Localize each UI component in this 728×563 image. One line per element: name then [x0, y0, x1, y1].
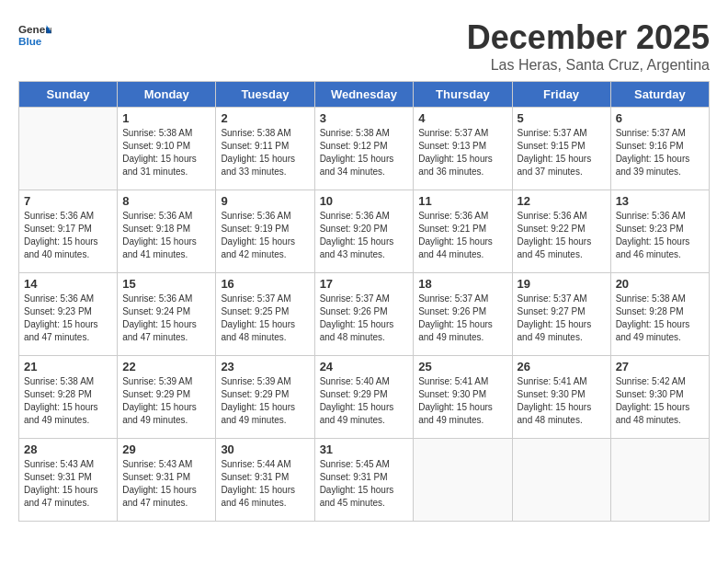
calendar-header-saturday: Saturday — [610, 82, 709, 108]
day-number: 3 — [320, 111, 409, 125]
day-number: 27 — [616, 360, 704, 373]
day-info: Sunrise: 5:40 AM Sunset: 9:29 PM Dayligh… — [320, 375, 409, 427]
calendar-cell: 29Sunrise: 5:43 AM Sunset: 9:31 PM Dayli… — [118, 439, 216, 522]
page-header: General Blue December 2025 Las Heras, Sa… — [18, 18, 710, 74]
calendar-cell: 3Sunrise: 5:38 AM Sunset: 9:12 PM Daylig… — [314, 108, 414, 190]
day-number: 25 — [418, 360, 506, 373]
calendar-cell: 2Sunrise: 5:38 AM Sunset: 9:11 PM Daylig… — [216, 108, 314, 190]
day-number: 29 — [122, 442, 210, 456]
calendar-cell: 15Sunrise: 5:36 AM Sunset: 9:24 PM Dayli… — [118, 273, 216, 356]
day-info: Sunrise: 5:36 AM Sunset: 9:19 PM Dayligh… — [221, 210, 309, 261]
calendar-cell — [414, 439, 512, 522]
day-number: 9 — [221, 194, 309, 208]
calendar-week-row: 14Sunrise: 5:36 AM Sunset: 9:23 PM Dayli… — [19, 273, 710, 356]
day-number: 16 — [221, 277, 309, 291]
day-info: Sunrise: 5:37 AM Sunset: 9:26 PM Dayligh… — [320, 293, 409, 344]
calendar-cell: 14Sunrise: 5:36 AM Sunset: 9:23 PM Dayli… — [19, 273, 118, 356]
day-info: Sunrise: 5:37 AM Sunset: 9:16 PM Dayligh… — [616, 127, 704, 178]
calendar-cell: 22Sunrise: 5:39 AM Sunset: 9:29 PM Dayli… — [118, 356, 216, 439]
day-number: 21 — [24, 360, 112, 373]
day-info: Sunrise: 5:36 AM Sunset: 9:23 PM Dayligh… — [616, 210, 704, 261]
calendar-cell — [19, 108, 118, 190]
calendar-cell: 20Sunrise: 5:38 AM Sunset: 9:28 PM Dayli… — [610, 273, 709, 356]
day-number: 19 — [518, 277, 606, 291]
calendar-cell: 11Sunrise: 5:36 AM Sunset: 9:21 PM Dayli… — [414, 190, 512, 273]
calendar-header-thursday: Thursday — [414, 82, 512, 108]
day-number: 24 — [320, 360, 409, 373]
calendar-cell: 6Sunrise: 5:37 AM Sunset: 9:16 PM Daylig… — [610, 108, 709, 190]
day-number: 20 — [616, 277, 704, 291]
logo-icon: General Blue — [18, 18, 51, 52]
day-number: 4 — [418, 111, 506, 125]
calendar-cell: 7Sunrise: 5:36 AM Sunset: 9:17 PM Daylig… — [19, 190, 118, 273]
day-number: 17 — [320, 277, 409, 291]
day-number: 11 — [418, 194, 506, 208]
calendar-cell: 21Sunrise: 5:38 AM Sunset: 9:28 PM Dayli… — [19, 356, 118, 439]
day-number: 10 — [320, 194, 409, 208]
calendar-week-row: 1Sunrise: 5:38 AM Sunset: 9:10 PM Daylig… — [19, 108, 710, 190]
location-title: Las Heras, Santa Cruz, Argentina — [467, 57, 710, 74]
day-info: Sunrise: 5:36 AM Sunset: 9:22 PM Dayligh… — [518, 210, 606, 261]
calendar-cell: 1Sunrise: 5:38 AM Sunset: 9:10 PM Daylig… — [118, 108, 216, 190]
day-info: Sunrise: 5:37 AM Sunset: 9:13 PM Dayligh… — [418, 127, 506, 178]
day-info: Sunrise: 5:39 AM Sunset: 9:29 PM Dayligh… — [122, 375, 210, 427]
calendar-cell: 27Sunrise: 5:42 AM Sunset: 9:30 PM Dayli… — [610, 356, 709, 439]
day-info: Sunrise: 5:38 AM Sunset: 9:10 PM Dayligh… — [122, 127, 210, 178]
calendar-cell: 19Sunrise: 5:37 AM Sunset: 9:27 PM Dayli… — [512, 273, 610, 356]
calendar-cell: 18Sunrise: 5:37 AM Sunset: 9:26 PM Dayli… — [414, 273, 512, 356]
day-number: 7 — [24, 194, 112, 208]
calendar-header-monday: Monday — [118, 82, 216, 108]
calendar-cell: 28Sunrise: 5:43 AM Sunset: 9:31 PM Dayli… — [19, 439, 118, 522]
day-number: 14 — [24, 277, 112, 291]
day-info: Sunrise: 5:36 AM Sunset: 9:20 PM Dayligh… — [320, 210, 409, 261]
calendar-cell: 16Sunrise: 5:37 AM Sunset: 9:25 PM Dayli… — [216, 273, 314, 356]
day-number: 28 — [24, 442, 112, 456]
calendar-cell: 25Sunrise: 5:41 AM Sunset: 9:30 PM Dayli… — [414, 356, 512, 439]
day-info: Sunrise: 5:41 AM Sunset: 9:30 PM Dayligh… — [418, 375, 506, 427]
day-info: Sunrise: 5:44 AM Sunset: 9:31 PM Dayligh… — [221, 458, 309, 510]
logo: General Blue — [18, 18, 55, 52]
calendar-header-wednesday: Wednesday — [314, 82, 414, 108]
calendar-header-friday: Friday — [512, 82, 610, 108]
calendar-cell — [512, 439, 610, 522]
day-info: Sunrise: 5:38 AM Sunset: 9:12 PM Dayligh… — [320, 127, 409, 178]
day-info: Sunrise: 5:37 AM Sunset: 9:15 PM Dayligh… — [518, 127, 606, 178]
day-info: Sunrise: 5:36 AM Sunset: 9:24 PM Dayligh… — [122, 293, 210, 344]
day-number: 18 — [418, 277, 506, 291]
svg-text:Blue: Blue — [18, 35, 42, 47]
calendar-cell: 12Sunrise: 5:36 AM Sunset: 9:22 PM Dayli… — [512, 190, 610, 273]
day-number: 22 — [122, 360, 210, 373]
day-number: 2 — [221, 111, 309, 125]
calendar-cell: 24Sunrise: 5:40 AM Sunset: 9:29 PM Dayli… — [314, 356, 414, 439]
calendar-week-row: 7Sunrise: 5:36 AM Sunset: 9:17 PM Daylig… — [19, 190, 710, 273]
calendar-week-row: 21Sunrise: 5:38 AM Sunset: 9:28 PM Dayli… — [19, 356, 710, 439]
calendar-cell: 9Sunrise: 5:36 AM Sunset: 9:19 PM Daylig… — [216, 190, 314, 273]
calendar-cell: 4Sunrise: 5:37 AM Sunset: 9:13 PM Daylig… — [414, 108, 512, 190]
calendar-cell: 23Sunrise: 5:39 AM Sunset: 9:29 PM Dayli… — [216, 356, 314, 439]
day-number: 31 — [320, 442, 409, 456]
day-number: 26 — [518, 360, 606, 373]
day-info: Sunrise: 5:41 AM Sunset: 9:30 PM Dayligh… — [518, 375, 606, 427]
day-info: Sunrise: 5:42 AM Sunset: 9:30 PM Dayligh… — [616, 375, 704, 427]
title-area: December 2025 Las Heras, Santa Cruz, Arg… — [467, 18, 710, 74]
day-number: 13 — [616, 194, 704, 208]
calendar-week-row: 28Sunrise: 5:43 AM Sunset: 9:31 PM Dayli… — [19, 439, 710, 522]
day-info: Sunrise: 5:37 AM Sunset: 9:26 PM Dayligh… — [418, 293, 506, 344]
day-info: Sunrise: 5:36 AM Sunset: 9:17 PM Dayligh… — [24, 210, 112, 261]
day-number: 15 — [122, 277, 210, 291]
calendar-cell: 30Sunrise: 5:44 AM Sunset: 9:31 PM Dayli… — [216, 439, 314, 522]
day-info: Sunrise: 5:37 AM Sunset: 9:25 PM Dayligh… — [221, 293, 309, 344]
day-info: Sunrise: 5:37 AM Sunset: 9:27 PM Dayligh… — [518, 293, 606, 344]
day-info: Sunrise: 5:39 AM Sunset: 9:29 PM Dayligh… — [221, 375, 309, 427]
day-info: Sunrise: 5:36 AM Sunset: 9:21 PM Dayligh… — [418, 210, 506, 261]
day-info: Sunrise: 5:38 AM Sunset: 9:28 PM Dayligh… — [616, 293, 704, 344]
day-info: Sunrise: 5:45 AM Sunset: 9:31 PM Dayligh… — [320, 458, 409, 510]
day-number: 23 — [221, 360, 309, 373]
calendar-cell — [610, 439, 709, 522]
calendar-table: SundayMondayTuesdayWednesdayThursdayFrid… — [18, 81, 710, 522]
calendar-cell: 17Sunrise: 5:37 AM Sunset: 9:26 PM Dayli… — [314, 273, 414, 356]
calendar-cell: 10Sunrise: 5:36 AM Sunset: 9:20 PM Dayli… — [314, 190, 414, 273]
day-info: Sunrise: 5:36 AM Sunset: 9:18 PM Dayligh… — [122, 210, 210, 261]
calendar-cell: 31Sunrise: 5:45 AM Sunset: 9:31 PM Dayli… — [314, 439, 414, 522]
day-number: 30 — [221, 442, 309, 456]
